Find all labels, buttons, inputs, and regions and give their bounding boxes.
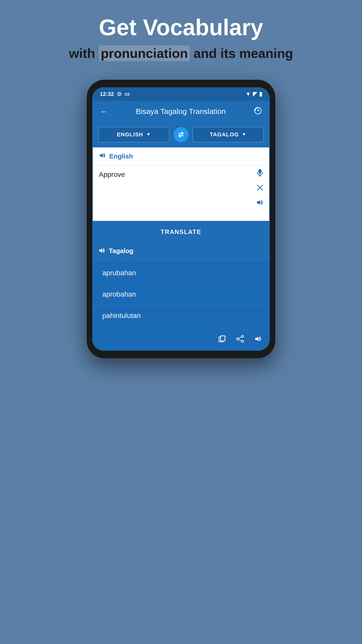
app-toolbar: ← Bisaya Tagalog Translation [92, 101, 270, 122]
svg-line-16 [239, 339, 242, 341]
translation-text-1: aprubahan [102, 269, 136, 277]
svg-point-12 [242, 335, 244, 337]
page-title: Get Vocabulary [10, 15, 352, 40]
page-subtitle: with pronunciation and its meaning [10, 45, 352, 62]
status-time: 12:32 [100, 91, 114, 97]
clear-input-icon[interactable] [256, 184, 264, 193]
share-icon[interactable] [236, 335, 244, 345]
clock-icon: ⊙ [117, 91, 121, 97]
svg-marker-1 [100, 153, 103, 158]
output-section: Tagalog aprubahan aprobahan pahintulutan [92, 243, 270, 351]
output-body: aprubahan aprobahan pahintulutan [92, 260, 270, 329]
status-right: ▼ ◤ ▮ [245, 91, 262, 97]
subtitle-before: with [69, 46, 95, 61]
target-language-label: TAGALOG [210, 131, 239, 138]
source-language-label: ENGLISH [117, 131, 143, 138]
source-dropdown-arrow: ▼ [146, 132, 151, 137]
status-left: 12:32 ⊙ ▭ [100, 91, 130, 97]
svg-marker-17 [255, 337, 258, 341]
battery-icon: ▮ [259, 91, 262, 97]
translation-text-3: pahintulutan [102, 312, 141, 319]
output-header: Tagalog [92, 243, 270, 260]
copy-icon[interactable] [218, 335, 226, 345]
phone-screen: 12:32 ⊙ ▭ ▼ ◤ ▮ ← Bisaya Tagalog Transla… [92, 87, 270, 351]
input-audio-icon[interactable] [256, 198, 264, 209]
svg-rect-10 [220, 336, 225, 341]
input-speaker-icon[interactable] [99, 152, 106, 161]
svg-marker-7 [257, 200, 260, 205]
swap-languages-button[interactable] [173, 127, 189, 142]
output-language-label: Tagalog [109, 247, 133, 255]
input-header: English [93, 147, 269, 166]
source-language-button[interactable]: ENGLISH ▼ [98, 127, 169, 142]
sim-icon: ▭ [124, 91, 130, 97]
translation-item-1: aprubahan [92, 262, 270, 284]
target-language-button[interactable]: TAGALOG ▼ [193, 127, 264, 142]
subtitle-highlight: pronunciation [99, 46, 190, 61]
wifi-icon: ▼ [245, 91, 251, 97]
svg-rect-2 [258, 169, 261, 174]
status-bar: 12:32 ⊙ ▭ ▼ ◤ ▮ [92, 87, 270, 101]
translate-button[interactable]: TRANSLATE [92, 221, 270, 243]
history-button[interactable] [254, 106, 262, 117]
phone-mockup: 12:32 ⊙ ▭ ▼ ◤ ▮ ← Bisaya Tagalog Transla… [87, 80, 275, 358]
output-speaker-icon[interactable] [98, 247, 105, 255]
page-header: Get Vocabulary with pronunciation and it… [0, 0, 362, 70]
input-text[interactable]: Approve [99, 171, 263, 179]
svg-marker-8 [99, 248, 102, 253]
bottom-actions [92, 329, 270, 351]
input-section: English Approve [92, 147, 270, 221]
subtitle-after: and its meaning [194, 46, 293, 61]
translation-item-3: pahintulutan [92, 305, 270, 326]
translation-item-2: aprobahan [92, 284, 270, 305]
input-body: Approve [93, 166, 269, 221]
input-actions [256, 168, 264, 209]
toolbar-title: Bisaya Tagalog Translation [136, 107, 226, 116]
translation-text-2: aprobahan [102, 290, 136, 298]
svg-point-14 [242, 340, 244, 342]
signal-icon: ◤ [253, 91, 257, 97]
language-selector: ENGLISH ▼ TAGALOG ▼ [92, 122, 270, 147]
microphone-icon[interactable] [256, 168, 264, 179]
output-audio-icon[interactable] [254, 335, 262, 345]
back-button[interactable]: ← [100, 107, 108, 116]
target-dropdown-arrow: ▼ [242, 132, 247, 137]
svg-line-15 [239, 337, 242, 338]
svg-point-13 [237, 338, 239, 340]
input-language-label: English [109, 152, 133, 160]
